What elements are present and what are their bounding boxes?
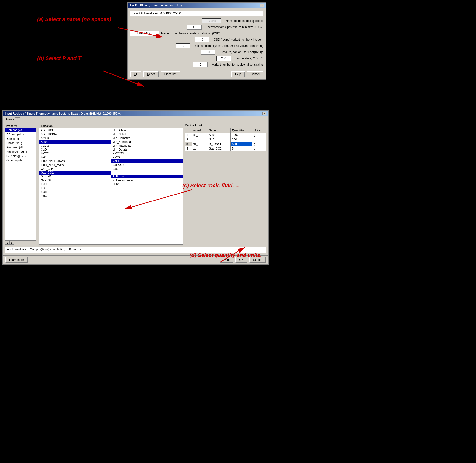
sel-item[interactable]: TiO2: [111, 182, 183, 186]
csd-name-input[interactable]: [130, 31, 159, 36]
sel-item[interactable]: [111, 171, 183, 175]
csd-variant-label: CSD (recipe) variant number <integer>: [214, 38, 263, 41]
sel-item[interactable]: Min_Calcite: [111, 132, 183, 136]
nav-left-arrow[interactable]: ◄: [5, 241, 9, 245]
sel-item[interactable]: Min_Quartz: [111, 148, 183, 151]
sel-item[interactable]: KCl: [39, 186, 111, 190]
sel-item[interactable]: Na2O: [111, 155, 183, 159]
sel-item[interactable]: CaCl2: [39, 144, 111, 148]
syseq-body: Name of the modeling project Thermodynam…: [128, 8, 266, 80]
field-row-7: Variant number for additional constraint…: [130, 62, 263, 67]
ok-button[interactable]: Ok: [130, 71, 141, 77]
row-ropert: xa_: [192, 146, 207, 151]
sel-item-nacl[interactable]: NaCl: [111, 159, 183, 163]
selection-col-1: Acid_HCl Acid_HClO4 Al2O3 Aqua CaCl2 CaO…: [39, 128, 111, 244]
col-header-ropert: ropert: [192, 128, 207, 133]
sel-item[interactable]: Min_Hematite: [111, 136, 183, 140]
thermo-potential-input[interactable]: [187, 25, 201, 29]
sel-item[interactable]: Al2O3: [39, 136, 111, 140]
property-item-dcomp[interactable]: DComp (xd_): [5, 132, 36, 137]
row-quantity[interactable]: 5: [231, 146, 252, 151]
row-name: R_Basalt: [207, 142, 231, 146]
recipe-row-2: 2 xa_ NaCl 200 g: [185, 137, 266, 142]
pressure-input[interactable]: [201, 50, 215, 54]
record-key-input[interactable]: [130, 10, 263, 16]
variant-constraints-input[interactable]: [193, 62, 208, 67]
sel-item[interactable]: Fluid_NaCl_5wt%: [39, 163, 111, 167]
nav-right-arrow[interactable]: ►: [9, 241, 14, 245]
tab-backtick[interactable]: `: [15, 117, 20, 122]
sel-item[interactable]: NaOH: [111, 167, 183, 171]
learn-more-button[interactable]: Learn more: [5, 257, 28, 263]
recipe-cancel-button[interactable]: Cancel: [249, 257, 266, 263]
col-header-units: Units: [252, 128, 266, 133]
row-num: 4: [185, 146, 192, 151]
recipe-row-4: 4 xa_ Gas_CO2 5 g: [185, 146, 266, 151]
sel-item[interactable]: Acid_HClO4: [39, 132, 111, 136]
col-header-num: [185, 128, 192, 133]
volume-input[interactable]: [176, 44, 190, 48]
sel-item[interactable]: Gas_O2: [39, 178, 111, 182]
recipe-ok-button[interactable]: OK: [235, 257, 247, 263]
row-name: NaCl: [207, 137, 231, 142]
sel-item[interactable]: Fluid_NaCl_20wt%: [39, 159, 111, 163]
thermo-potential-label: Thermodynamic potential to minimize {G G…: [206, 26, 263, 29]
sel-item[interactable]: Min_K-feldspar: [111, 140, 183, 144]
field-row-2: Name of the chemical system definition (…: [130, 31, 263, 36]
recipe-dialog: Input Recipe of Single Thermodynamic Sys…: [2, 110, 269, 265]
sel-item[interactable]: Gas_H2: [39, 175, 111, 178]
field-row-5: Pressure, bar, or 0 for Psat(H2O)g: [130, 50, 263, 54]
row-ropert: xa_: [192, 133, 207, 137]
sel-item[interactable]: CaO: [39, 148, 111, 151]
row-quantity[interactable]: 200: [231, 137, 252, 142]
reset-button[interactable]: Reset: [143, 71, 158, 77]
field-row-3: CSD (recipe) variant number <integer>: [130, 37, 263, 42]
help-button[interactable]: Help: [231, 71, 245, 77]
sel-item-r-basalt[interactable]: R_Basalt: [111, 175, 183, 178]
sel-item[interactable]: K2O: [39, 182, 111, 186]
sel-item[interactable]: Gas_CH4: [39, 167, 111, 171]
property-item-kin-upper[interactable]: Kin.upper (dul_): [5, 150, 36, 154]
selection-header: Selection: [39, 124, 182, 128]
recipe-input-header: Recipe Input: [185, 124, 266, 127]
sel-item[interactable]: R_Leucogranite: [111, 178, 183, 182]
property-item-compos[interactable]: Compos (xa_): [5, 128, 36, 132]
temperature-input[interactable]: [216, 56, 231, 61]
row-units: g: [252, 142, 266, 146]
syseq-dialog: SysEq: Please, enter a new record key: ✕…: [127, 2, 266, 80]
temperature-label: Temperature, C (>= 0): [235, 57, 263, 60]
tname-label: tname: [5, 117, 15, 122]
property-nav: ◄ ►: [5, 241, 37, 245]
pressure-label: Pressure, bar, or 0 for Psat(H2O)g: [219, 50, 263, 54]
sel-item-gas-co2[interactable]: Gas_CO2: [39, 171, 111, 175]
sel-item[interactable]: Fe2O3: [39, 151, 111, 155]
print-button[interactable]: Print: [220, 257, 234, 263]
field-row-1: Thermodynamic potential to minimize {G G…: [130, 25, 263, 29]
sel-item[interactable]: Min_Albite: [111, 128, 183, 132]
project-name-input[interactable]: [202, 18, 221, 23]
recipe-close-button[interactable]: ✕: [262, 112, 266, 115]
status-bar: Input quantities of Compos(itions) contr…: [5, 247, 266, 253]
cancel-button[interactable]: Cancel: [247, 71, 263, 77]
property-item-phase[interactable]: Phase (xp_): [5, 141, 36, 145]
property-item-other[interactable]: Other Inputs: [5, 158, 36, 163]
sel-item[interactable]: NaHCO3: [111, 163, 183, 167]
sel-item[interactable]: Na2CO3: [111, 151, 183, 155]
sel-item[interactable]: KOH: [39, 190, 111, 194]
from-list-button[interactable]: From List: [161, 71, 180, 77]
recipe-row-3: 3 xa_ R_Basalt 500 g: [185, 142, 266, 146]
sel-item[interactable]: Acid_HCl: [39, 128, 111, 132]
sel-item[interactable]: MgO: [39, 194, 111, 198]
property-item-icomp[interactable]: IComp (bi_): [5, 137, 36, 141]
volume-label: Volume of the system, dm3 (0 if no volum…: [195, 44, 263, 48]
property-item-g0shift[interactable]: G0 shift (gEx_): [5, 154, 36, 158]
row-quantity[interactable]: 1000: [231, 133, 252, 137]
csd-variant-input[interactable]: [195, 37, 209, 42]
row-units: g: [252, 133, 266, 137]
row-quantity[interactable]: 500: [231, 142, 252, 146]
sel-item-aqua[interactable]: Aqua: [39, 140, 111, 144]
syseq-close-button[interactable]: ✕: [260, 4, 264, 7]
sel-item[interactable]: Min_Magnetite: [111, 144, 183, 148]
property-item-kin-lower[interactable]: Kin.lower (dll_): [5, 145, 36, 150]
sel-item[interactable]: FeO: [39, 155, 111, 159]
